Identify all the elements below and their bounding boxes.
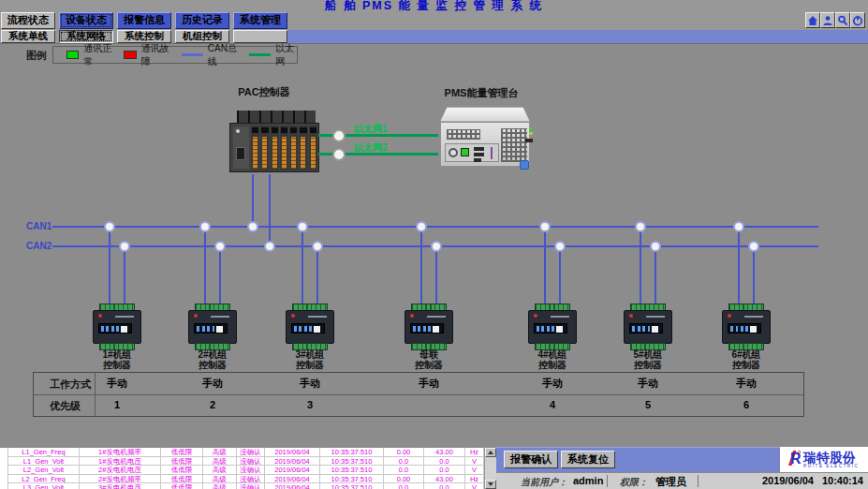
bus-node: [297, 221, 308, 232]
bus-node: [119, 241, 130, 252]
ctl4-can2-drop: [435, 246, 437, 305]
scroll-down-button[interactable]: [485, 480, 496, 489]
eth1-node: [332, 129, 346, 142]
ctl3-can1-drop: [302, 227, 303, 305]
scroll-up-button[interactable]: [485, 448, 496, 457]
pac-top-vents: [237, 111, 316, 124]
current-user-label: 当前用户：: [521, 476, 567, 489]
bus-node: [554, 241, 566, 252]
pms-ports: [447, 129, 480, 140]
alarm-ack-button[interactable]: 报警确认: [504, 451, 558, 468]
subtab-system-singleline[interactable]: 系统单线: [1, 30, 55, 43]
system-reset-button[interactable]: 系统复位: [561, 451, 615, 468]
controller-label-1: 1#机组控制器: [87, 349, 147, 370]
priority-cell-2: 2: [184, 399, 241, 410]
pac-controller-device: [229, 109, 319, 176]
ctl5-can2-drop: [559, 246, 561, 305]
controller-device-5: [624, 304, 672, 350]
ctl6-can2-drop: [655, 246, 656, 305]
pms-body: [440, 122, 530, 167]
controller-label-6: 6#机组控制器: [716, 349, 776, 370]
tab-alarm-info[interactable]: 报警信息: [117, 12, 171, 29]
ruite-logo: R 瑞特股份 RUITE ELECTRIC: [780, 447, 868, 472]
user-icon: [822, 15, 833, 26]
tab-history-log[interactable]: 历史记录: [175, 12, 229, 29]
search-button[interactable]: [835, 12, 850, 28]
ctl2-can2-drop: [219, 246, 221, 305]
tab-system-admin[interactable]: 系统管理: [233, 12, 287, 29]
alarm-scrollbar[interactable]: [484, 447, 496, 489]
bus-node: [214, 241, 226, 252]
logo-company-name: 瑞特股份: [803, 452, 859, 464]
ctl7-can1-drop: [738, 227, 740, 305]
logo-company-sub: RUITE ELECTRIC: [803, 464, 859, 468]
bus-node: [104, 221, 115, 232]
alarm-row[interactable]: L2_Gen_Freq 2#发电机频率 低低限 高级 没确认 2019/06/0…: [0, 475, 484, 484]
alarm-row[interactable]: L2_Gen_Volt 2#发电机电压 低低限 高级 没确认 2019/06/0…: [0, 466, 484, 475]
can1-label: CAN1: [26, 221, 51, 231]
controller-label-5: 5#机组控制器: [618, 349, 678, 370]
eth2-node: [332, 148, 346, 161]
current-date: 2019/06/04: [762, 475, 814, 486]
controller-label-3: 3#机组控制器: [280, 349, 340, 370]
home-icon: [807, 15, 818, 26]
ethernet-line-swatch: [249, 53, 271, 56]
bus-node: [733, 221, 744, 232]
priority-row-header: 优先级: [50, 399, 81, 413]
status-bar: 当前用户： admin 权限： 管理员 2019/06/04 10:40:14: [496, 472, 868, 489]
ctl1-can2-drop: [124, 246, 125, 305]
pms-logo-sticker: [520, 160, 529, 170]
status-divider: [698, 475, 699, 487]
can2-label: CAN2: [26, 241, 51, 251]
alarm-row[interactable]: L1_Gen_Freq 1#发电机频率 低低限 高级 没确认 2019/06/0…: [0, 448, 484, 457]
pac-can1-drop: [252, 174, 254, 228]
bus-node: [264, 241, 275, 252]
comm-ok-swatch: [66, 51, 79, 59]
priority-cell-1: 1: [89, 399, 145, 410]
bus-node: [247, 221, 258, 232]
legend-item-comm-fault: 通讯故障: [124, 42, 169, 68]
mode-cell-6: 手动: [718, 377, 774, 391]
mode-cell-5: 手动: [620, 377, 676, 391]
pms-monitoring-app: 船 舶 PMS 能 量 监 控 管 理 系 统 流程状态 设备状态 报警信息 历…: [0, 0, 868, 489]
ctl6-can1-drop: [640, 227, 641, 305]
bus-node: [431, 241, 442, 252]
page-title: 船 舶 PMS 能 量 监 控 管 理 系 统: [0, 0, 868, 12]
alarm-row[interactable]: L1_Gen_Volt 1#发电机电压 低低限 高级 没确认 2019/06/0…: [0, 457, 484, 467]
legend-item-ethernet: 以太网: [249, 42, 297, 68]
permission-value: 管理员: [655, 475, 686, 489]
pms-console-device: [436, 107, 534, 169]
ethernet1-label: 以太网1: [354, 123, 388, 136]
controller-device-3: [286, 304, 334, 350]
bus-node: [199, 221, 211, 232]
controller-label-bustie: 母联控制器: [399, 349, 459, 370]
current-user-value: admin: [573, 475, 603, 486]
pac-psu-module: [233, 126, 249, 169]
pms-lid: [440, 107, 530, 122]
current-time: 10:40:14: [822, 475, 863, 486]
bus-node: [635, 221, 646, 232]
user-button[interactable]: [820, 12, 835, 28]
bus-node: [416, 221, 427, 232]
status-divider: [607, 475, 608, 487]
mode-cell-3: 手动: [282, 377, 338, 391]
tab-device-status[interactable]: 设备状态: [59, 12, 113, 29]
search-icon: [837, 15, 848, 26]
ctl2-can1-drop: [204, 227, 206, 305]
legend-item-comm-ok: 通讯正常: [66, 42, 111, 68]
bus-node: [312, 241, 323, 252]
bus-node: [650, 241, 661, 252]
bus-node: [539, 221, 551, 232]
priority-cell-3: 3: [282, 399, 338, 410]
power-button[interactable]: [850, 12, 865, 28]
ethernet2-label: 以太网2: [354, 141, 388, 155]
ctl5-can1-drop: [544, 227, 546, 305]
can1-bus-line: [52, 226, 818, 228]
alarm-row[interactable]: L3_Gen_Volt 3#发电机电压 低低限 高级 没确认 2019/06/0…: [0, 483, 484, 489]
controller-device-1: [93, 304, 141, 350]
header-blue-strip: [287, 30, 868, 43]
home-button[interactable]: [805, 12, 820, 28]
tab-process-status[interactable]: 流程状态: [1, 12, 55, 29]
datetime-display: 2019/06/04 10:40:14: [762, 475, 863, 486]
mode-row-header: 工作方式: [50, 378, 91, 392]
